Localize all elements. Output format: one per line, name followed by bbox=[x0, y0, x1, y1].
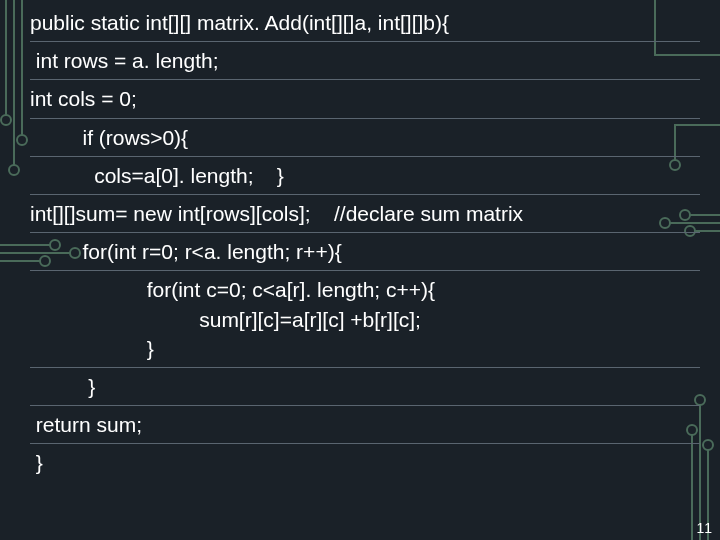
separator bbox=[30, 232, 700, 233]
code-line: } bbox=[30, 374, 700, 399]
code-line: cols=a[0]. length; } bbox=[30, 163, 700, 188]
page-number: 11 bbox=[696, 520, 712, 536]
code-slide: public static int[][] matrix. Add(int[][… bbox=[30, 10, 700, 530]
code-line: int cols = 0; bbox=[30, 86, 700, 111]
separator bbox=[30, 156, 700, 157]
separator bbox=[30, 270, 700, 271]
separator bbox=[30, 41, 700, 42]
separator bbox=[30, 79, 700, 80]
svg-point-1 bbox=[9, 165, 19, 175]
separator bbox=[30, 367, 700, 368]
code-line: public static int[][] matrix. Add(int[][… bbox=[30, 10, 700, 35]
separator bbox=[30, 405, 700, 406]
separator bbox=[30, 118, 700, 119]
code-line: int rows = a. length; bbox=[30, 48, 700, 73]
svg-point-10 bbox=[703, 440, 713, 450]
code-line: sum[r][c]=a[r][c] +b[r][c]; bbox=[30, 307, 700, 332]
svg-point-0 bbox=[1, 115, 11, 125]
code-line: for(int c=0; c<a[r]. length; c++){ bbox=[30, 277, 700, 302]
code-line: } bbox=[30, 450, 700, 475]
separator bbox=[30, 443, 700, 444]
code-line: for(int r=0; r<a. length; r++){ bbox=[30, 239, 700, 264]
code-line: } bbox=[30, 336, 700, 361]
code-line: if (rows>0){ bbox=[30, 125, 700, 150]
svg-point-2 bbox=[17, 135, 27, 145]
code-line: int[][]sum= new int[rows][cols]; //decla… bbox=[30, 201, 700, 226]
separator bbox=[30, 194, 700, 195]
code-line: return sum; bbox=[30, 412, 700, 437]
